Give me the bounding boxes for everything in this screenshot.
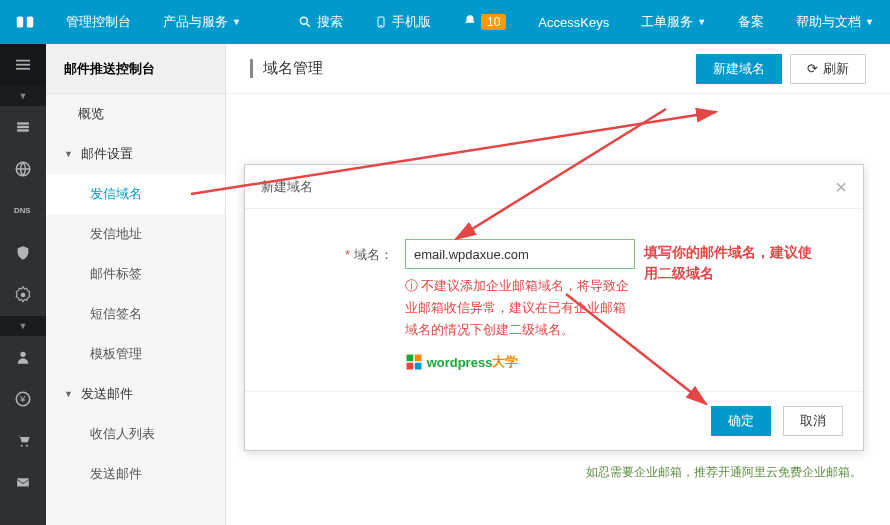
svg-rect-6 [16,60,30,62]
svg-rect-7 [16,64,30,66]
page-header: 域名管理 新建域名 ⟳刷新 [226,44,890,94]
rail-collapse-2[interactable]: ▼ [0,316,46,336]
logo[interactable] [0,0,50,44]
chevron-down-icon: ▼ [64,149,73,159]
sidebar-title: 邮件推送控制台 [46,44,225,94]
dialog-header: 新建域名 × [245,165,863,209]
caret-down-icon: ▼ [232,17,241,27]
rail-item-1[interactable] [0,106,46,148]
nav-accesskeys[interactable]: AccessKeys [522,0,625,44]
svg-rect-1 [27,17,33,28]
refresh-icon: ⟳ [807,61,818,76]
sidebar: 邮件推送控制台 概览 ▼邮件设置 发信域名 发信地址 邮件标签 短信签名 模板管… [46,44,226,525]
sidebar-group-send[interactable]: ▼发送邮件 [46,374,225,414]
rail-collapse[interactable]: ▼ [0,86,46,106]
dialog-footer: 确定 取消 [245,391,863,450]
ok-button[interactable]: 确定 [711,406,771,436]
dialog-title: 新建域名 [261,178,313,196]
chevron-down-icon: ▼ [64,389,73,399]
bell-icon [463,14,477,31]
sidebar-group-mail[interactable]: ▼邮件设置 [46,134,225,174]
search-icon [298,15,312,29]
rail-item-settings[interactable] [0,274,46,316]
nav-products[interactable]: 产品与服务▼ [147,0,257,44]
svg-point-14 [21,293,26,298]
svg-line-3 [307,24,310,27]
caret-down-icon: ▼ [865,17,874,27]
caret-down-icon: ▼ [697,17,706,27]
top-bar: 管理控制台 产品与服务▼ 搜索 手机版 10 AccessKeys 工单服务▼ … [0,0,890,44]
cancel-button[interactable]: 取消 [783,406,843,436]
svg-text:DNS: DNS [14,206,30,215]
new-domain-dialog: 新建域名 × *域名： ⓘ不建议添加企业邮箱域名，将导致企业邮箱收信异常，建议在… [244,164,864,451]
svg-rect-11 [17,129,29,131]
svg-point-15 [20,352,25,357]
rail-item-mail[interactable] [0,462,46,504]
sidebar-template[interactable]: 模板管理 [46,334,225,374]
svg-rect-10 [17,126,29,128]
new-domain-button[interactable]: 新建域名 [696,54,782,84]
sidebar-tags[interactable]: 邮件标签 [46,254,225,294]
nav-mobile[interactable]: 手机版 [359,0,447,44]
notification-badge: 10 [481,14,506,30]
sidebar-address[interactable]: 发信地址 [46,214,225,254]
svg-point-2 [300,17,307,24]
form-row-domain: *域名： ⓘ不建议添加企业邮箱域名，将导致企业邮箱收信异常，建议在已有企业邮箱域… [275,239,833,371]
refresh-button[interactable]: ⟳刷新 [790,54,866,84]
svg-rect-0 [17,17,23,28]
page-title: 域名管理 [250,59,323,78]
domain-label: *域名： [275,239,405,264]
domain-input[interactable] [405,239,635,269]
nav-console[interactable]: 管理控制台 [50,0,147,44]
svg-point-18 [21,445,23,447]
left-rail: ▼ DNS ▼ ¥ [0,44,46,525]
sidebar-overview[interactable]: 概览 [46,94,225,134]
sidebar-sms[interactable]: 短信签名 [46,294,225,334]
mobile-icon [375,15,387,29]
background-hint: 如忍需要企业邮箱，推荐开通阿里云免费企业邮箱。 [586,464,862,481]
main-content: 域名管理 新建域名 ⟳刷新 操作 如忍需要企业邮箱，推荐开通阿里云免费企业邮箱。… [226,44,890,525]
rail-item-cart[interactable] [0,420,46,462]
nav-help[interactable]: 帮助与文档▼ [780,0,890,44]
nav-notifications[interactable]: 10 [447,0,522,44]
domain-warning: ⓘ不建议添加企业邮箱域名，将导致企业邮箱收信异常，建议在已有企业邮箱域名的情况下… [405,275,635,341]
rail-menu-toggle[interactable] [0,44,46,86]
svg-text:¥: ¥ [19,393,26,404]
watermark-icon [405,353,423,371]
svg-rect-8 [16,68,30,70]
svg-rect-20 [17,478,29,486]
sidebar-send[interactable]: 发送邮件 [46,454,225,494]
rail-item-globe[interactable] [0,148,46,190]
nav-tickets[interactable]: 工单服务▼ [625,0,722,44]
svg-point-19 [26,445,28,447]
nav-beian[interactable]: 备案 [722,0,780,44]
sidebar-domain[interactable]: 发信域名 [46,174,225,214]
close-icon[interactable]: × [835,177,847,197]
svg-rect-9 [17,122,29,124]
warning-icon: ⓘ [405,278,418,293]
rail-item-shield[interactable] [0,232,46,274]
rail-item-user[interactable] [0,336,46,378]
watermark: wordpress大学 [405,353,635,371]
rail-item-dns[interactable]: DNS [0,190,46,232]
nav-search[interactable]: 搜索 [282,0,359,44]
sidebar-recipients[interactable]: 收信人列表 [46,414,225,454]
rail-item-yen[interactable]: ¥ [0,378,46,420]
